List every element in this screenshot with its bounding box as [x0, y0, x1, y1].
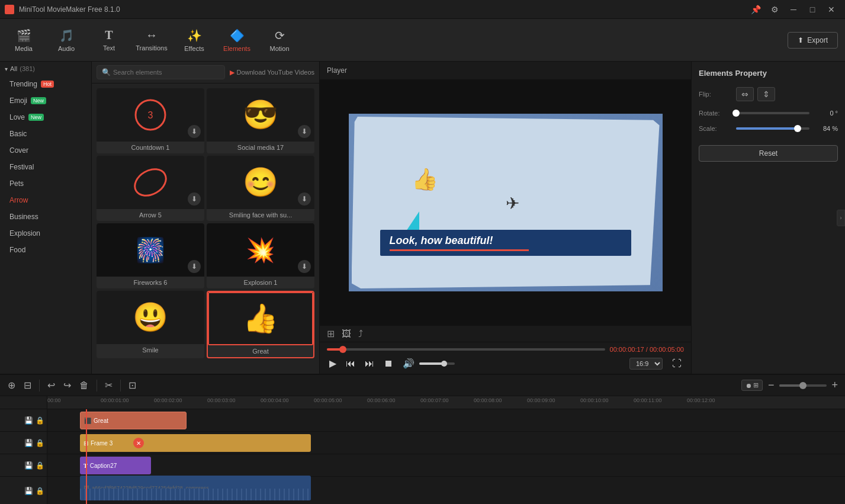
element-card-smiling[interactable]: 😊 ⬇ Smiling face with su...	[207, 156, 314, 221]
rotate-slider-track[interactable]	[736, 112, 809, 114]
volume-thumb[interactable]	[441, 361, 447, 367]
track3-save-icon[interactable]: 💾	[24, 461, 33, 470]
smiling-download-icon[interactable]: ⬇	[298, 192, 311, 206]
settings-button[interactable]: ⚙	[766, 3, 783, 16]
element-card-explosion1[interactable]: 💥 ⬇ Explosion 1	[207, 223, 314, 288]
sidebar-item-festival[interactable]: Festival	[0, 159, 91, 175]
track2-header: 💾 🔒	[0, 432, 47, 454]
sidebar-item-explosion[interactable]: Explosion	[0, 225, 91, 242]
volume-icon[interactable]: 🔊	[400, 357, 417, 370]
reset-button[interactable]: Reset	[699, 145, 838, 162]
toolbar-transitions[interactable]: ↔ Transitions	[130, 21, 173, 59]
sidebar-item-emoji[interactable]: Emoji New	[0, 92, 91, 109]
scale-slider-thumb[interactable]	[794, 125, 801, 132]
add-track-button[interactable]: ⊕	[5, 378, 18, 393]
track3-lock-icon[interactable]: 🔒	[36, 461, 44, 470]
sidebar-item-arrow[interactable]: Arrow	[0, 192, 91, 208]
search-input[interactable]	[113, 69, 220, 76]
fireworks6-download-icon[interactable]: ⬇	[188, 260, 201, 273]
progress-track[interactable]	[327, 348, 605, 351]
clip-video[interactable]: 🖼 a66cd3f9674228d529ccd77425defd28_compr…	[80, 476, 311, 500]
arrow5-download-icon[interactable]: ⬇	[188, 192, 201, 206]
track4-save-icon[interactable]: 💾	[24, 487, 33, 495]
sidebar-item-business[interactable]: Business	[0, 208, 91, 225]
delete-button[interactable]: 🗑	[76, 378, 92, 393]
record-icon: ⏺	[746, 382, 752, 389]
toolbar-elements[interactable]: 🔷 Elements	[216, 21, 258, 59]
countdown1-download-icon[interactable]: ⬇	[188, 125, 201, 138]
export-button[interactable]: ⬆ Export	[788, 32, 838, 49]
scale-slider-track[interactable]	[736, 127, 809, 130]
elements-icon: 🔷	[230, 28, 245, 43]
zoom-in-button[interactable]: +	[829, 379, 840, 391]
element-card-fireworks6[interactable]: 🎆 ⬇ Fireworks 6	[97, 223, 204, 288]
zoom-track[interactable]	[779, 384, 827, 387]
social17-download-icon[interactable]: ⬇	[298, 125, 311, 138]
element-card-countdown1[interactable]: 3 ⬇ Countdown 1	[97, 88, 204, 153]
screenshot-icon[interactable]: 🖼	[342, 329, 351, 339]
play-button[interactable]: ▶	[327, 357, 339, 370]
record-mode-button[interactable]: ⏺ ⊞	[741, 380, 763, 391]
zoom-out-button[interactable]: −	[765, 377, 777, 393]
clip-great[interactable]: ⬛ Great	[80, 412, 187, 429]
track1-header: 💾 🔒	[0, 409, 47, 432]
toolbar-separator-3	[120, 380, 121, 391]
maximize-button[interactable]: □	[804, 3, 821, 16]
sidebar-item-love[interactable]: Love New	[0, 109, 91, 126]
timeline-tracks-header: 💾 🔒 💾 🔒 💾 🔒 💾 🔒	[0, 396, 47, 504]
toolbar-text[interactable]: T Text	[88, 21, 130, 59]
track1-save-icon[interactable]: 💾	[24, 416, 33, 425]
crop-button[interactable]: ⊡	[126, 378, 139, 393]
fullscreen-button[interactable]: ⛶	[670, 357, 684, 370]
toolbar-effects[interactable]: ✨ Effects	[173, 21, 216, 59]
toolbar-media[interactable]: 🎬 Media	[2, 21, 45, 59]
video-frame: 👍 ✈ Look, how beautiful!	[349, 114, 663, 291]
timeline: ⊕ ⊟ ↩ ↪ 🗑 ✂ ⊡ ⏺ ⊞ − +	[0, 374, 845, 504]
frame-capture-icon[interactable]: ⊞	[327, 328, 335, 339]
element-card-social17[interactable]: 😎 ⬇ Social media 17	[207, 88, 314, 153]
minimize-button[interactable]: ─	[785, 3, 802, 16]
element-card-arrow5[interactable]: ⬇ Arrow 5	[97, 156, 204, 221]
sidebar-item-food[interactable]: Food	[0, 242, 91, 258]
redo-button[interactable]: ↪	[60, 378, 74, 393]
sidebar-item-basic[interactable]: Basic	[0, 126, 91, 142]
sidebar-item-pets[interactable]: Pets	[0, 175, 91, 192]
fit-button[interactable]: ⊟	[21, 378, 34, 393]
aspect-ratio-select[interactable]: 16:9 9:16 4:3 1:1	[629, 358, 663, 370]
prev-frame-button[interactable]: ⏮	[343, 357, 358, 370]
track2-save-icon[interactable]: 💾	[24, 439, 33, 447]
track1-lock-icon[interactable]: 🔒	[36, 416, 44, 425]
volume-track[interactable]	[419, 362, 455, 365]
sidebar-item-cover[interactable]: Cover	[0, 142, 91, 159]
flip-vertical-button[interactable]: ⇕	[757, 87, 775, 101]
flip-horizontal-button[interactable]: ⇔	[736, 87, 754, 101]
explosion1-download-icon[interactable]: ⬇	[298, 260, 311, 273]
panel-collapse-arrow[interactable]: ›	[837, 210, 845, 226]
cut-button[interactable]: ✂	[102, 378, 115, 393]
close-button[interactable]: ✕	[822, 3, 840, 16]
track2-lock-icon[interactable]: 🔒	[36, 439, 44, 447]
sidebar-item-trending[interactable]: Trending Hot	[0, 76, 91, 92]
search-box[interactable]: 🔍	[97, 65, 225, 79]
download-youtube-link[interactable]: ▶ Download YouTube Videos	[230, 69, 315, 76]
airplane-element: ✈	[506, 194, 519, 213]
clip-great-label: Great	[94, 418, 108, 424]
progress-thumb[interactable]	[339, 346, 346, 353]
share-icon[interactable]: ⤴	[358, 329, 363, 339]
arrow-label: Arrow	[9, 196, 28, 204]
clip-caption27[interactable]: T Caption27	[80, 457, 151, 474]
rotate-slider-thumb[interactable]	[732, 110, 740, 117]
toolbar-audio[interactable]: 🎵 Audio	[45, 21, 88, 59]
zoom-thumb[interactable]	[799, 382, 807, 389]
next-frame-button[interactable]: ⏭	[362, 357, 377, 370]
toolbar-motion[interactable]: ⟳ Motion	[258, 21, 301, 59]
stop-button[interactable]: ⏹	[381, 357, 396, 370]
undo-button[interactable]: ↩	[44, 378, 58, 393]
track4-lock-icon[interactable]: 🔒	[36, 487, 44, 495]
clip-frame3[interactable]: ⊞ Frame 3 ✕	[80, 434, 311, 452]
all-categories-header[interactable]: ▾ All (381)	[0, 62, 91, 76]
text-icon: T	[105, 28, 113, 42]
element-card-great[interactable]: 👍 Great	[207, 291, 314, 358]
element-card-smile[interactable]: 😃 Smile	[97, 291, 204, 358]
pin-button[interactable]: 📌	[747, 3, 764, 16]
